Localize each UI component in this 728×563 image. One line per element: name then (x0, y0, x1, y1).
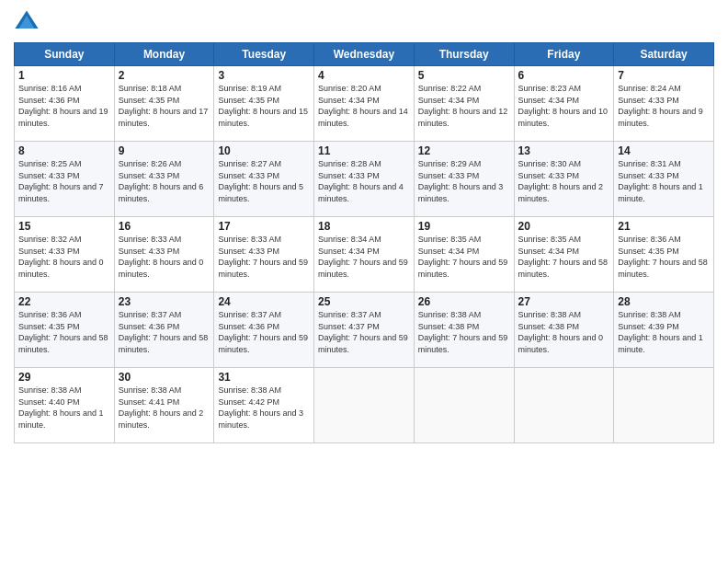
daylight-label: Daylight: 8 hours and 19 minutes. (18, 107, 108, 128)
daylight-label: Daylight: 7 hours and 58 minutes. (18, 333, 108, 354)
sunset-label: Sunset: (218, 247, 248, 256)
daylight-label: Daylight: 8 hours and 1 minute. (18, 408, 104, 430)
sunrise-value: 8:37 AM (351, 310, 381, 319)
day-info: Sunrise: 8:38 AM Sunset: 4:40 PM Dayligh… (18, 385, 110, 431)
calendar-cell: 13 Sunrise: 8:30 AM Sunset: 4:33 PM Dayl… (514, 142, 614, 217)
day-info: Sunrise: 8:32 AM Sunset: 4:33 PM Dayligh… (18, 234, 110, 280)
daylight-label: Daylight: 8 hours and 9 minutes. (618, 107, 703, 128)
daylight-label: Daylight: 8 hours and 15 minutes. (218, 107, 308, 128)
daylight-label: Daylight: 8 hours and 7 minutes. (18, 182, 104, 203)
day-info: Sunrise: 8:38 AM Sunset: 4:38 PM Dayligh… (518, 309, 610, 355)
calendar-cell: 22 Sunrise: 8:36 AM Sunset: 4:35 PM Dayl… (15, 293, 115, 368)
sunrise-label: Sunrise: (418, 84, 451, 93)
sunset-label: Sunset: (18, 322, 49, 331)
sunset-label: Sunset: (18, 96, 49, 105)
daylight-label: Daylight: 7 hours and 59 minutes. (418, 258, 508, 279)
day-number: 20 (518, 220, 610, 233)
calendar-cell: 9 Sunrise: 8:26 AM Sunset: 4:33 PM Dayli… (114, 142, 214, 217)
sunset-label: Sunset: (318, 322, 348, 331)
daylight-label: Daylight: 8 hours and 2 minutes. (518, 182, 604, 203)
calendar-cell: 18 Sunrise: 8:34 AM Sunset: 4:34 PM Dayl… (314, 217, 415, 293)
daylight-label: Daylight: 8 hours and 14 minutes. (318, 107, 408, 128)
sunset-value: 4:33 PM (449, 171, 480, 180)
sunrise-label: Sunrise: (218, 84, 251, 93)
day-number: 22 (18, 295, 110, 308)
sunset-label: Sunset: (518, 322, 549, 331)
sunrise-value: 8:32 AM (51, 235, 82, 244)
daylight-label: Daylight: 8 hours and 4 minutes. (318, 182, 404, 203)
sunset-value: 4:35 PM (149, 96, 180, 105)
weekday-header: Wednesday (314, 43, 415, 66)
sunrise-label: Sunrise: (518, 84, 552, 93)
sunrise-label: Sunrise: (18, 235, 51, 244)
sunrise-label: Sunrise: (119, 385, 152, 395)
sunrise-value: 8:16 AM (51, 84, 82, 93)
sunset-label: Sunset: (318, 247, 348, 256)
page: SundayMondayTuesdayWednesdayThursdayFrid… (0, 0, 728, 563)
day-number: 1 (18, 69, 110, 82)
day-number: 2 (119, 69, 210, 82)
sunrise-value: 8:35 AM (551, 235, 581, 244)
day-info: Sunrise: 8:28 AM Sunset: 4:33 PM Dayligh… (318, 158, 410, 204)
day-info: Sunrise: 8:31 AM Sunset: 4:33 PM Dayligh… (618, 158, 710, 204)
day-info: Sunrise: 8:23 AM Sunset: 4:34 PM Dayligh… (518, 83, 610, 129)
day-number: 16 (119, 220, 210, 233)
calendar-week-row: 1 Sunrise: 8:16 AM Sunset: 4:36 PM Dayli… (15, 66, 714, 142)
sunrise-label: Sunrise: (618, 84, 651, 93)
day-info: Sunrise: 8:37 AM Sunset: 4:37 PM Dayligh… (318, 309, 410, 355)
sunset-label: Sunset: (618, 171, 648, 180)
day-info: Sunrise: 8:33 AM Sunset: 4:33 PM Dayligh… (218, 234, 310, 280)
weekday-header: Thursday (414, 43, 514, 66)
day-info: Sunrise: 8:30 AM Sunset: 4:33 PM Dayligh… (518, 158, 610, 204)
day-number: 3 (218, 69, 310, 82)
day-number: 12 (418, 144, 510, 157)
calendar-cell (614, 368, 714, 443)
sunrise-label: Sunrise: (618, 159, 651, 168)
sunrise-label: Sunrise: (518, 159, 552, 168)
calendar-cell: 8 Sunrise: 8:25 AM Sunset: 4:33 PM Dayli… (15, 142, 115, 217)
sunset-label: Sunset: (318, 96, 348, 105)
sunset-label: Sunset: (618, 96, 648, 105)
sunset-value: 4:35 PM (648, 247, 679, 256)
day-number: 21 (618, 220, 710, 233)
calendar-cell (314, 368, 415, 443)
logo-icon (14, 9, 40, 35)
calendar-cell: 20 Sunrise: 8:35 AM Sunset: 4:34 PM Dayl… (514, 217, 614, 293)
sunset-value: 4:36 PM (49, 96, 80, 105)
day-number: 6 (518, 69, 610, 82)
day-info: Sunrise: 8:37 AM Sunset: 4:36 PM Dayligh… (218, 309, 310, 355)
day-number: 26 (418, 295, 510, 308)
calendar-cell: 2 Sunrise: 8:18 AM Sunset: 4:35 PM Dayli… (114, 66, 214, 142)
sunset-value: 4:42 PM (248, 397, 279, 407)
sunrise-label: Sunrise: (218, 235, 251, 244)
sunset-value: 4:41 PM (149, 397, 180, 407)
sunset-label: Sunset: (218, 171, 248, 180)
daylight-label: Daylight: 8 hours and 12 minutes. (418, 107, 508, 128)
sunset-value: 4:35 PM (248, 96, 279, 105)
daylight-label: Daylight: 7 hours and 58 minutes. (618, 258, 708, 279)
sunrise-value: 8:33 AM (251, 235, 281, 244)
sunrise-label: Sunrise: (518, 235, 552, 244)
sunset-label: Sunset: (518, 96, 549, 105)
sunset-value: 4:34 PM (449, 247, 480, 256)
calendar-cell: 15 Sunrise: 8:32 AM Sunset: 4:33 PM Dayl… (15, 217, 115, 293)
sunrise-value: 8:22 AM (450, 84, 481, 93)
sunset-value: 4:34 PM (449, 96, 480, 105)
sunrise-value: 8:18 AM (151, 84, 181, 93)
day-info: Sunrise: 8:35 AM Sunset: 4:34 PM Dayligh… (418, 234, 510, 280)
sunset-label: Sunset: (418, 322, 449, 331)
calendar-cell: 19 Sunrise: 8:35 AM Sunset: 4:34 PM Dayl… (414, 217, 514, 293)
calendar-cell: 10 Sunrise: 8:27 AM Sunset: 4:33 PM Dayl… (214, 142, 314, 217)
sunrise-value: 8:26 AM (151, 159, 181, 168)
sunrise-label: Sunrise: (618, 310, 651, 319)
calendar-cell: 21 Sunrise: 8:36 AM Sunset: 4:35 PM Dayl… (614, 217, 714, 293)
sunrise-value: 8:35 AM (450, 235, 481, 244)
sunrise-value: 8:28 AM (351, 159, 381, 168)
sunset-label: Sunset: (119, 96, 149, 105)
sunset-value: 4:34 PM (348, 247, 380, 256)
sunrise-value: 8:38 AM (651, 310, 681, 319)
sunrise-value: 8:38 AM (51, 385, 82, 395)
sunrise-label: Sunrise: (218, 159, 251, 168)
daylight-label: Daylight: 8 hours and 0 minutes. (119, 258, 204, 279)
sunset-label: Sunset: (18, 247, 49, 256)
